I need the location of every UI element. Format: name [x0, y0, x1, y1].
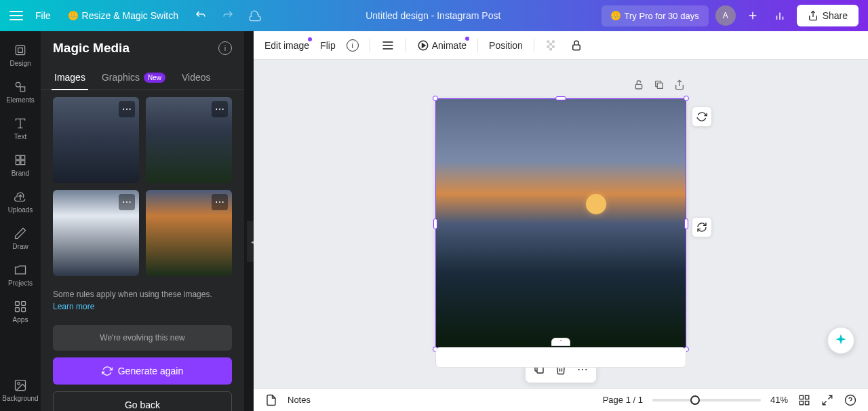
- svg-rect-33: [549, 47, 552, 50]
- image-options-icon[interactable]: ⋯: [212, 194, 228, 210]
- add-page-button[interactable]: [435, 347, 686, 368]
- edit-image-button[interactable]: Edit image: [264, 40, 309, 51]
- svg-rect-20: [22, 307, 26, 311]
- canvas-page[interactable]: ⋯: [435, 98, 686, 349]
- generated-image-4[interactable]: ⋯: [146, 190, 232, 276]
- nav-text[interactable]: Text: [1, 111, 39, 145]
- zoom-slider[interactable]: [652, 399, 761, 402]
- expand-pages-button[interactable]: ⌃: [551, 338, 570, 346]
- tab-videos[interactable]: Videos: [174, 65, 219, 90]
- file-menu[interactable]: File: [30, 6, 56, 25]
- svg-rect-30: [552, 40, 555, 43]
- svg-rect-17: [16, 301, 20, 305]
- generated-image-2[interactable]: ⋯: [146, 97, 232, 183]
- generated-image-3[interactable]: ⋯: [53, 190, 139, 276]
- design-title[interactable]: Untitled design - Instagram Post: [366, 10, 500, 21]
- nav-uploads[interactable]: Uploads: [1, 184, 39, 218]
- svg-point-22: [18, 382, 20, 384]
- resize-magic-switch-button[interactable]: 👑 Resize & Magic Switch: [63, 6, 184, 25]
- image-options-icon[interactable]: ⋯: [119, 194, 135, 210]
- transparency-icon[interactable]: [545, 39, 559, 52]
- fullscreen-icon[interactable]: [821, 393, 834, 407]
- svg-rect-29: [549, 43, 552, 45]
- resize-handle-tr[interactable]: [684, 96, 689, 101]
- svg-rect-38: [537, 367, 543, 373]
- svg-rect-15: [21, 160, 25, 164]
- svg-rect-42: [806, 401, 809, 404]
- svg-line-44: [823, 401, 826, 404]
- nav-draw[interactable]: Draw: [1, 221, 39, 255]
- resize-handle-right[interactable]: [684, 218, 688, 229]
- resize-handle-top[interactable]: [555, 96, 566, 100]
- share-button[interactable]: Share: [797, 5, 859, 26]
- nav-projects[interactable]: Projects: [1, 258, 39, 292]
- svg-point-8: [16, 82, 20, 87]
- nav-brand[interactable]: Brand: [1, 148, 39, 182]
- svg-rect-19: [16, 307, 20, 311]
- nav-rail: Design Elements Text Brand Uploads Draw …: [0, 31, 41, 411]
- share-page-icon[interactable]: [674, 79, 686, 92]
- nav-apps[interactable]: Apps: [1, 294, 39, 328]
- svg-rect-32: [552, 45, 555, 48]
- zoom-thumb[interactable]: [690, 395, 700, 405]
- image-options-icon[interactable]: ⋯: [119, 101, 135, 117]
- cloud-sync-icon[interactable]: [245, 5, 265, 26]
- nav-background[interactable]: Background: [1, 373, 39, 407]
- add-collaborator-button[interactable]: [743, 5, 763, 26]
- zoom-percent[interactable]: 41%: [770, 395, 788, 405]
- selected-image-element[interactable]: [435, 98, 686, 349]
- canvas-area: Edit image Flip i Animate Position: [254, 31, 868, 411]
- generated-images-grid: ⋯ ⋯ ⋯ ⋯: [41, 90, 244, 283]
- notes-label[interactable]: Notes: [288, 395, 311, 405]
- try-pro-button[interactable]: 👑 Try Pro for 30 days: [601, 5, 709, 26]
- tab-images[interactable]: Images: [46, 65, 94, 90]
- notes-icon[interactable]: [264, 393, 278, 407]
- generate-again-button[interactable]: Generate again: [53, 357, 232, 385]
- lock-page-icon[interactable]: [633, 79, 646, 92]
- svg-line-43: [829, 395, 832, 399]
- learn-more-link[interactable]: Learn more: [53, 302, 94, 311]
- page-indicator[interactable]: Page 1 / 1: [603, 395, 643, 405]
- svg-rect-34: [573, 45, 580, 50]
- moon-visual: [586, 194, 606, 214]
- svg-marker-27: [422, 43, 425, 47]
- generated-image-1[interactable]: ⋯: [53, 97, 139, 183]
- svg-rect-13: [21, 155, 25, 159]
- info-button[interactable]: i: [347, 39, 359, 52]
- nav-elements[interactable]: Elements: [1, 75, 39, 109]
- help-icon[interactable]: [844, 393, 857, 407]
- evolving-notice: We're evolving this new: [53, 325, 232, 351]
- panel-title: Magic Media: [53, 41, 130, 56]
- undo-button[interactable]: [191, 5, 211, 26]
- lock-icon[interactable]: [570, 39, 583, 52]
- svg-point-45: [846, 395, 856, 405]
- svg-rect-41: [800, 401, 803, 404]
- resize-handle-tl[interactable]: [433, 96, 438, 101]
- canvas-stage[interactable]: ⋯ ⌃: [254, 60, 868, 388]
- align-icon[interactable]: [381, 39, 395, 52]
- svg-rect-31: [547, 45, 549, 48]
- avatar[interactable]: A: [715, 5, 736, 26]
- svg-rect-40: [806, 395, 809, 399]
- rotate-element-button[interactable]: [692, 217, 712, 237]
- animate-button[interactable]: Animate: [417, 39, 467, 52]
- panel-scrollbar[interactable]: ◀: [244, 31, 254, 411]
- grid-view-icon[interactable]: [797, 393, 811, 407]
- svg-rect-28: [547, 40, 549, 43]
- position-button[interactable]: Position: [489, 40, 523, 51]
- magic-assist-button[interactable]: [827, 327, 854, 354]
- panel-tabs: Images Graphics New Videos: [41, 65, 244, 90]
- info-icon[interactable]: i: [218, 41, 232, 55]
- image-options-icon[interactable]: ⋯: [212, 101, 228, 117]
- flip-button[interactable]: Flip: [320, 40, 336, 51]
- nav-design[interactable]: Design: [1, 38, 39, 72]
- svg-rect-12: [16, 155, 20, 159]
- menu-icon[interactable]: [9, 11, 23, 20]
- duplicate-page-icon[interactable]: [654, 79, 666, 92]
- resize-handle-left[interactable]: [433, 218, 437, 229]
- go-back-button[interactable]: Go back: [53, 391, 232, 411]
- refresh-element-button[interactable]: [692, 106, 712, 127]
- insights-button[interactable]: [770, 5, 790, 26]
- redo-button[interactable]: [218, 5, 238, 26]
- tab-graphics[interactable]: Graphics New: [94, 65, 174, 90]
